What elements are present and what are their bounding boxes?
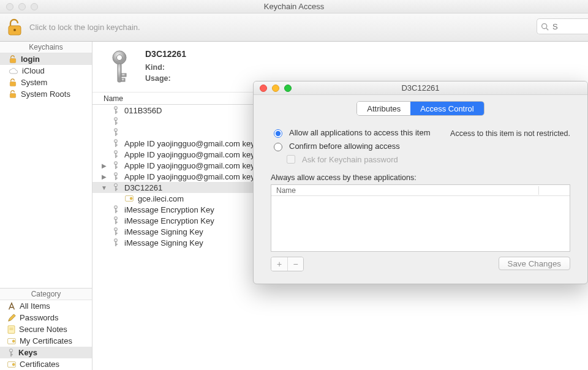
key-icon <box>111 117 121 126</box>
radio-confirm[interactable] <box>274 143 282 151</box>
detail-usage-label: Usage: <box>145 74 171 83</box>
tab-attributes[interactable]: Attributes <box>357 102 410 115</box>
dialog-minimize-icon[interactable] <box>272 85 279 92</box>
svg-rect-21 <box>121 74 126 77</box>
category-item-label: Passwords <box>20 313 59 322</box>
svg-point-13 <box>10 350 12 351</box>
search-field[interactable] <box>537 18 588 34</box>
category-item[interactable]: My Certificates <box>0 335 92 347</box>
save-changes-button[interactable]: Save Changes <box>499 257 570 270</box>
key-icon <box>111 106 121 115</box>
access-note: Access to this item is not restricted. <box>450 129 570 138</box>
svg-point-17 <box>12 363 15 366</box>
keychain-item-label: iCloud <box>22 66 45 75</box>
svg-point-11 <box>12 340 15 342</box>
cert-icon <box>7 338 16 345</box>
pencil-icon <box>7 314 16 322</box>
list-row-label: Apple ID yaojingguo@gmail.com key <box>124 161 255 170</box>
dialog-zoom-icon[interactable] <box>284 85 292 92</box>
svg-point-36 <box>115 140 116 142</box>
cert-icon <box>124 195 134 202</box>
svg-rect-4 <box>10 58 15 62</box>
dialog-titlebar: D3C12261 <box>254 81 587 95</box>
svg-rect-45 <box>115 164 116 168</box>
svg-rect-54 <box>116 189 118 189</box>
a-badge-icon <box>7 302 16 311</box>
svg-rect-72 <box>116 244 118 244</box>
remove-app-button[interactable]: − <box>287 257 303 271</box>
sidebar-category-title: Category <box>0 289 92 300</box>
svg-rect-29 <box>115 120 116 124</box>
category-item-label: Certificates <box>20 360 59 369</box>
svg-rect-5 <box>10 81 15 86</box>
svg-rect-22 <box>121 78 125 81</box>
key-large-icon <box>104 49 135 88</box>
keychain-item[interactable]: iCloud <box>0 65 92 77</box>
always-allow-label: Always allow access by these application… <box>271 173 570 182</box>
category-item[interactable]: Secure Notes <box>0 323 92 335</box>
svg-point-58 <box>115 206 116 208</box>
close-window-icon[interactable] <box>6 3 13 10</box>
allowed-apps-column-name: Name <box>271 186 539 195</box>
search-input[interactable] <box>551 21 576 32</box>
keychain-item-label: System Roots <box>21 89 70 99</box>
svg-point-1 <box>13 29 16 31</box>
lock-open-orange-icon <box>9 55 17 64</box>
svg-point-48 <box>115 173 116 175</box>
key-icon <box>111 172 121 181</box>
lock-keychain-button[interactable] <box>6 17 23 38</box>
list-row-label: Apple ID yaojingguo@gmail.com key <box>124 150 255 159</box>
detail-fields: D3C12261 Kind: Usage: <box>145 49 186 88</box>
cloud-icon <box>9 67 18 75</box>
list-row-label: 011B356D <box>124 106 162 115</box>
svg-rect-50 <box>116 178 118 178</box>
key-icon <box>111 128 121 137</box>
svg-line-3 <box>546 28 548 29</box>
radio-allow-all[interactable] <box>274 129 282 138</box>
key-icon <box>111 227 121 236</box>
svg-point-32 <box>115 129 116 130</box>
tab-access-control[interactable]: Access Control <box>410 102 483 115</box>
disclosure-closed-icon[interactable]: ▶ <box>101 173 107 180</box>
disclosure-closed-icon[interactable]: ▶ <box>101 162 107 169</box>
svg-rect-38 <box>116 145 118 145</box>
svg-rect-30 <box>116 123 118 123</box>
svg-point-62 <box>115 217 116 219</box>
svg-rect-63 <box>115 219 116 224</box>
category-item[interactable]: Certificates <box>0 358 92 370</box>
keychain-item[interactable]: System <box>0 77 92 88</box>
category-item[interactable]: Keys <box>0 347 92 358</box>
sidebar-keychains-title: Keychains <box>0 42 92 53</box>
svg-rect-59 <box>115 208 116 213</box>
list-column-name: Name <box>104 94 123 103</box>
keychain-item[interactable]: System Roots <box>0 88 92 100</box>
svg-rect-71 <box>115 241 116 246</box>
zoom-window-icon[interactable] <box>31 3 38 10</box>
list-row-label: iMessage Encryption Key <box>124 216 214 225</box>
detail-kind-label: Kind: <box>145 63 165 72</box>
svg-rect-15 <box>12 354 13 355</box>
access-control-dialog: D3C12261 Attributes Access Control Allow… <box>253 81 588 284</box>
category-item[interactable]: Passwords <box>0 312 92 323</box>
category-item-label: All Items <box>20 301 50 311</box>
list-row-label: iMessage Encryption Key <box>124 205 214 214</box>
add-app-button[interactable]: + <box>271 257 287 271</box>
keychain-item-label: login <box>21 55 40 64</box>
svg-rect-20 <box>118 64 121 82</box>
svg-point-66 <box>115 228 116 230</box>
svg-rect-37 <box>115 142 116 146</box>
category-item[interactable]: All Items <box>0 300 92 312</box>
disclosure-open-icon[interactable]: ▼ <box>101 184 107 191</box>
radio-confirm-row[interactable]: Confirm before allowing access <box>271 139 570 153</box>
list-row-label: Apple ID yaojingguo@gmail.com key <box>124 139 255 148</box>
svg-rect-49 <box>115 175 116 179</box>
key-icon <box>111 205 121 214</box>
category-item-label: My Certificates <box>20 336 72 345</box>
key-icon <box>111 216 121 225</box>
svg-rect-68 <box>116 233 118 233</box>
dialog-close-icon[interactable] <box>260 85 267 92</box>
allowed-apps-table[interactable]: Name <box>271 184 570 252</box>
minimize-window-icon[interactable] <box>18 3 26 10</box>
lock-open-icon <box>7 18 23 37</box>
keychain-item[interactable]: login <box>0 53 92 65</box>
